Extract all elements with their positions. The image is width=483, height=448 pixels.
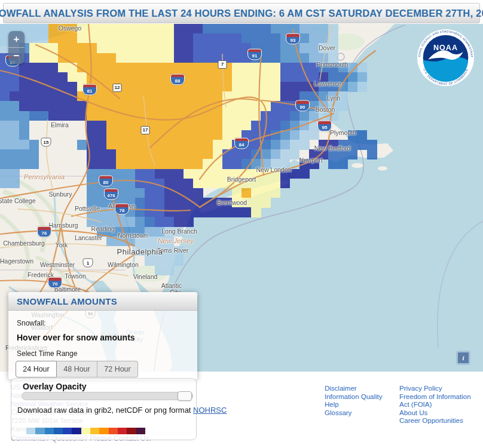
snowfall-value-label: Snowfall: bbox=[8, 319, 197, 327]
map-zoom-control: + − bbox=[8, 31, 25, 64]
legend-color-12 bbox=[127, 428, 136, 434]
footer-link-career-opportunities[interactable]: Career Opportunities bbox=[399, 417, 478, 425]
noaa-logo: NOAA NATIONAL OCEANIC AND ATMOSPHERIC AD… bbox=[417, 29, 475, 87]
download-text: Download raw data in grib2, netCDF or pn… bbox=[17, 406, 193, 415]
footer-link-information-quality[interactable]: Information Quality bbox=[325, 393, 390, 401]
nohrsc-link[interactable]: NOHRSC bbox=[193, 406, 227, 415]
page-title: SNOWFALL ANALYSIS FROM THE LAST 24 HOURS… bbox=[0, 8, 483, 19]
legend-color-5 bbox=[63, 428, 72, 434]
opacity-slider[interactable] bbox=[22, 392, 193, 400]
overlay-options-panel: Overlay Opacity Download raw data in gri… bbox=[11, 378, 197, 440]
legend-color-7 bbox=[81, 428, 90, 434]
time-range-label: Select Time Range bbox=[8, 349, 197, 358]
legend-color-3 bbox=[45, 428, 54, 434]
footer-link-about-us[interactable]: About Us bbox=[399, 409, 478, 418]
legend-color-10 bbox=[109, 428, 118, 434]
footer-link-glossary[interactable]: Glossary bbox=[325, 409, 390, 418]
zoom-out-button[interactable]: − bbox=[8, 47, 25, 64]
time-range-button-72-hour[interactable]: 72 Hour bbox=[97, 361, 138, 378]
legend-color-2 bbox=[35, 428, 44, 434]
island-marthas-vineyard bbox=[351, 163, 363, 168]
footer-link-privacy-policy[interactable]: Privacy Policy bbox=[399, 385, 478, 393]
snowfall-legend-colorbar bbox=[26, 428, 145, 434]
footer-link-help[interactable]: Help bbox=[325, 401, 390, 409]
footer-links-column-2: Privacy PolicyFreedom of Information Act… bbox=[399, 385, 478, 425]
noaa-text: NOAA bbox=[433, 44, 458, 52]
opacity-label: Overlay Opacity bbox=[23, 382, 196, 391]
legend-color-1 bbox=[26, 428, 35, 434]
footer-links-column-1: DisclaimerInformation QualityHelpGlossar… bbox=[325, 385, 390, 417]
legend-color-8 bbox=[90, 428, 99, 434]
hover-hint: Hover over for snow amounts bbox=[8, 333, 197, 342]
island-nantucket bbox=[378, 167, 387, 171]
info-button[interactable]: i bbox=[456, 351, 470, 365]
time-range-button-group: 24 Hour48 Hour72 Hour bbox=[16, 361, 197, 378]
legend-color-6 bbox=[72, 428, 81, 434]
footer-link-disclaimer[interactable]: Disclaimer bbox=[325, 385, 390, 393]
time-range-button-48-hour[interactable]: 48 Hour bbox=[57, 361, 97, 378]
panel-header: SNOWFALL AMOUNTS bbox=[8, 292, 197, 311]
legend-color-13 bbox=[136, 428, 145, 434]
legend-color-11 bbox=[118, 428, 127, 434]
footer-link-freedom-of-information-act-foia-[interactable]: Freedom of Information Act (FOIA) bbox=[399, 393, 478, 409]
time-range-button-24-hour[interactable]: 24 Hour bbox=[16, 361, 57, 378]
legend-color-4 bbox=[54, 428, 63, 434]
snowfall-amounts-panel: SNOWFALL AMOUNTS Snowfall: Hover over fo… bbox=[8, 292, 197, 379]
opacity-slider-handle[interactable] bbox=[178, 391, 192, 401]
zoom-in-button[interactable]: + bbox=[8, 31, 25, 47]
panel-title: SNOWFALL AMOUNTS bbox=[17, 296, 117, 306]
legend-color-9 bbox=[99, 428, 108, 434]
download-row: Download raw data in grib2, netCDF or pn… bbox=[17, 406, 227, 415]
title-bar: SNOWFALL ANALYSIS FROM THE LAST 24 HOURS… bbox=[3, 3, 480, 23]
